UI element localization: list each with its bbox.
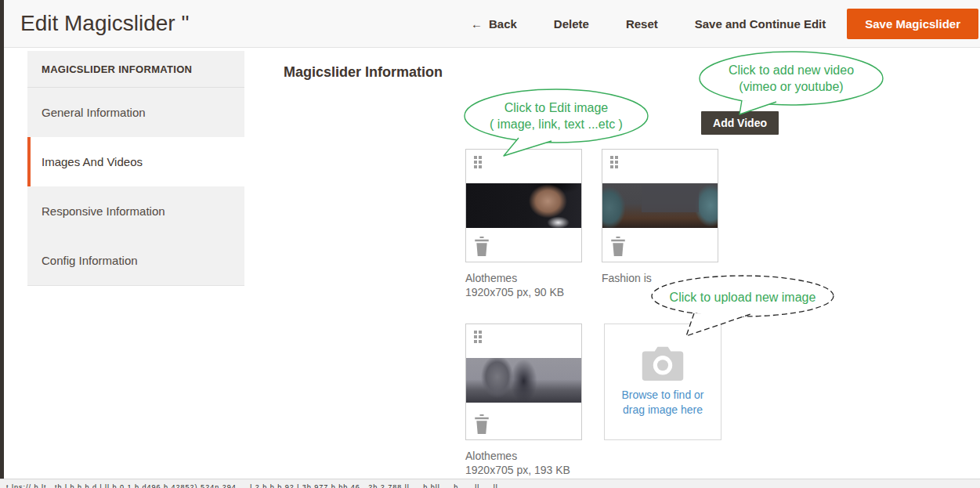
trash-icon (474, 414, 490, 434)
annotation-edit-image: Click to Edit image ( image, link, text … (465, 99, 648, 132)
arrow-left-icon: ← (471, 17, 483, 31)
annotation-upload-image: Click to upload new image (653, 289, 833, 305)
image-caption: Fashion is (602, 271, 652, 285)
trash-icon (610, 237, 626, 256)
image-meta: 1920x705 px, 90 KB (465, 285, 564, 299)
delete-button[interactable]: Delete (554, 17, 589, 31)
image-caption: Alothemes 1920x705 px, 90 KB (465, 271, 564, 299)
delete-image-button[interactable] (474, 237, 490, 256)
annotation-line: ( image, link, text ...etc ) (465, 116, 648, 132)
image-name: Alothemes (465, 449, 570, 463)
slide-thumbnail[interactable] (466, 358, 581, 403)
delete-image-button[interactable] (610, 237, 626, 256)
trash-icon (474, 237, 490, 256)
drag-handle-icon[interactable] (474, 331, 482, 346)
image-caption: Alothemes 1920x705 px, 193 KB (465, 449, 570, 477)
reset-button[interactable]: Reset (626, 17, 658, 31)
slide-thumbnail[interactable] (602, 183, 718, 228)
back-button[interactable]: ← Back (471, 17, 517, 31)
save-magicslider-button[interactable]: Save Magicslider (847, 9, 978, 39)
sidebar-item-general-information[interactable]: General Information (27, 88, 244, 137)
image-name: Fashion is (602, 271, 652, 285)
status-text: t.lps://.b.lt...th.l.b.h.b.d.l.ll.b.0.1.… (6, 483, 498, 488)
settings-nav-heading: MAGICSLIDER INFORMATION (27, 51, 244, 88)
save-continue-button[interactable]: Save and Continue Edit (695, 17, 826, 31)
status-bar: t.lps://.b.lt...th.l.b.h.b.d.l.ll.b.0.1.… (0, 479, 980, 488)
browse-link-line1: Browse to find or (621, 388, 703, 403)
image-card[interactable] (465, 324, 582, 440)
image-card[interactable] (602, 149, 718, 262)
sidebar-item-responsive-information[interactable]: Responsive Information (27, 186, 244, 236)
camera-icon (639, 345, 686, 381)
edit-image-bubble (465, 89, 648, 156)
annotation-line: (vimeo or youtube) (700, 78, 883, 95)
sidebar-item-images-and-videos[interactable]: Images And Videos (27, 137, 244, 186)
image-name: Alothemes (465, 271, 564, 285)
sidebar-item-config-information[interactable]: Config Information (27, 236, 244, 285)
annotation-line: Click to add new video (700, 62, 883, 78)
add-video-button[interactable]: Add Video (701, 111, 779, 135)
drag-handle-icon[interactable] (474, 156, 482, 172)
page-title: Edit Magicslider " (20, 11, 471, 36)
annotation-add-video: Click to add new video (vimeo or youtube… (700, 62, 883, 95)
browse-link-line2: drag image here (621, 403, 703, 418)
add-video-bubble (700, 52, 883, 114)
section-title: Magicslider Information (284, 64, 443, 81)
slide-thumbnail[interactable] (466, 183, 581, 228)
screen: Edit Magicslider " ← Back Delete Reset S… (0, 0, 980, 488)
admin-menu-strip (0, 0, 4, 488)
annotation-line: Click to Edit image (465, 99, 648, 116)
page-header: Edit Magicslider " ← Back Delete Reset S… (4, 0, 980, 48)
header-actions: ← Back Delete Reset Save and Continue Ed… (471, 17, 826, 31)
back-label: Back (489, 17, 517, 31)
annotation-line: Click to upload new image (653, 289, 833, 305)
image-meta: 1920x705 px, 193 KB (465, 463, 570, 477)
browse-link[interactable]: Browse to find or drag image here (621, 388, 703, 418)
settings-nav: MAGICSLIDER INFORMATION General Informat… (27, 51, 244, 286)
drag-handle-icon[interactable] (610, 156, 618, 172)
image-card[interactable] (465, 149, 582, 262)
upload-dropzone[interactable]: Browse to find or drag image here (604, 324, 721, 440)
delete-image-button[interactable] (474, 414, 490, 434)
